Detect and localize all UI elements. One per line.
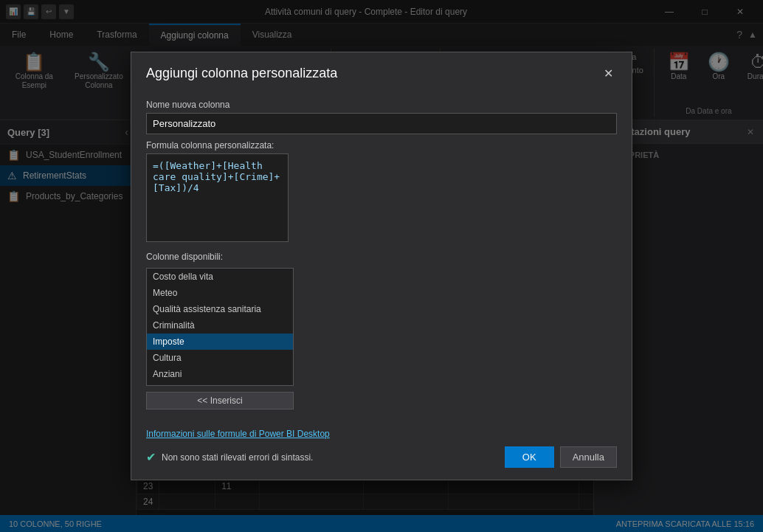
new-column-label: Nome nuova colonna — [146, 100, 617, 110]
modal-body: Nome nuova colonna Formula colonna perso… — [131, 91, 632, 421]
ok-button[interactable]: OK — [505, 446, 554, 468]
modal: Aggiungi colonna personalizzata ✕ Nome n… — [131, 52, 632, 480]
column-list-item[interactable]: Anziani — [147, 366, 293, 382]
modal-close-btn[interactable]: ✕ — [599, 64, 617, 82]
column-list-item[interactable]: Qualità assistenza sanitaria — [147, 301, 293, 317]
status-check-icon: ✔ — [146, 450, 156, 464]
available-columns-list: Costo della vitaMeteoQualità assistenza … — [146, 268, 294, 386]
column-list-item[interactable]: Meteo — [147, 285, 293, 301]
modal-header: Aggiungi colonna personalizzata ✕ — [131, 52, 632, 91]
modal-status: ✔ Non sono stati rilevati errori di sint… — [146, 450, 313, 464]
modal-footer: Informazioni sulle formule di Power BI D… — [131, 421, 632, 480]
column-list-item[interactable]: Criminalità — [147, 317, 293, 334]
modal-overlay[interactable]: Aggiungi colonna personalizzata ✕ Nome n… — [0, 0, 763, 532]
column-list-item[interactable]: Imposte — [147, 334, 293, 350]
modal-actions: OK Annulla — [505, 446, 617, 468]
modal-right: Colonne disponibili: Costo della vitaMet… — [146, 252, 294, 410]
available-cols-label: Colonne disponibili: — [146, 252, 294, 262]
column-list-item[interactable]: Costo della vita — [147, 269, 293, 285]
formula-input[interactable] — [146, 153, 289, 242]
new-column-input[interactable] — [146, 113, 617, 134]
formula-label: Formula colonna personalizzata: — [146, 140, 617, 151]
modal-title: Aggiungi colonna personalizzata — [146, 66, 337, 81]
status-text: Non sono stati rilevati errori di sintas… — [162, 452, 313, 463]
modal-left: Nome nuova colonna Formula colonna perso… — [146, 100, 617, 244]
cancel-button[interactable]: Annulla — [560, 446, 617, 468]
column-list-item[interactable]: Cultura — [147, 350, 293, 366]
help-link[interactable]: Informazioni sulle formule di Power BI D… — [146, 429, 617, 439]
insert-btn[interactable]: << Inserisci — [146, 392, 294, 410]
